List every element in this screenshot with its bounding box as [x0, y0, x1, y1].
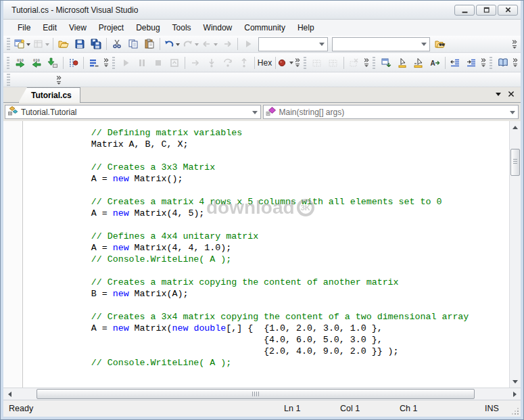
menu-file[interactable]: File [11, 20, 37, 35]
minimize-button[interactable] [454, 5, 475, 16]
members-combo[interactable]: Main(string[] args) [263, 105, 519, 119]
step-out-icon [239, 57, 249, 68]
find-combo[interactable] [332, 37, 430, 51]
tab-tutorial-cs[interactable]: Tutorial.cs [18, 87, 80, 103]
breakpoints-window-button[interactable] [86, 55, 102, 70]
display-object-browser-button[interactable] [378, 55, 394, 70]
menu-community[interactable]: Community [238, 20, 291, 35]
undo-button[interactable] [162, 37, 181, 51]
start-debugging-quick-button[interactable] [240, 37, 256, 51]
types-combo[interactable]: Tutorial.Tutorial [5, 105, 261, 119]
code-editor[interactable]: // Defining matrix variables Matrix A, B… [23, 121, 509, 388]
member-list-icon: A [429, 57, 440, 68]
play-icon [243, 39, 254, 49]
add-new-item-button[interactable] [32, 37, 51, 51]
save-all-icon [91, 39, 101, 49]
toolbar-options-button[interactable] [510, 37, 519, 51]
scroll-right-button[interactable] [509, 388, 521, 400]
paste-button[interactable] [141, 37, 158, 51]
editor-region: // Defining matrix variables Matrix A, B… [3, 121, 521, 388]
toolbar-grip[interactable] [304, 57, 306, 69]
display-parameter-info-button[interactable] [410, 55, 427, 70]
restart-button[interactable] [166, 55, 183, 70]
cut-button[interactable] [109, 37, 125, 51]
bookmarks-button[interactable] [495, 55, 511, 70]
toolbar-options-button[interactable] [512, 55, 519, 70]
open-file-button[interactable] [55, 37, 72, 51]
show-next-statement-button[interactable] [187, 55, 204, 70]
save-all-button[interactable] [88, 37, 104, 51]
save-icon [74, 39, 85, 49]
close-document-button[interactable] [508, 91, 515, 97]
toolbar-options-button[interactable] [103, 55, 110, 70]
import-icon [47, 57, 58, 68]
step-over-button[interactable] [220, 55, 236, 70]
code-line [26, 219, 509, 231]
code-line: // Creates a matrix 4 rows x 5 columns w… [26, 196, 509, 208]
menu-bar: FileEditViewProjectDebugToolsWindowCommu… [3, 19, 521, 35]
step-into-code-button[interactable]: 010 [12, 55, 28, 70]
toolbar-options-button[interactable] [363, 55, 370, 70]
delete-breakpoint-button[interactable] [346, 55, 362, 70]
start-debugging-button[interactable] [118, 55, 134, 70]
redo-button[interactable] [181, 37, 200, 51]
decrease-indent-button[interactable] [447, 55, 463, 70]
solution-configurations-combo[interactable] [258, 37, 328, 51]
toolbar-grip[interactable] [7, 38, 10, 50]
toolbar-grip[interactable] [7, 74, 10, 86]
horizontal-scroll-thumb[interactable] [37, 389, 475, 399]
display-word-completion-button[interactable]: A [427, 55, 443, 70]
scroll-left-button[interactable] [3, 388, 15, 400]
new-breakpoint-grid-1-button[interactable] [309, 55, 325, 70]
menu-tools[interactable]: Tools [166, 20, 197, 35]
toolbar-grip[interactable] [7, 57, 9, 69]
step-out-button[interactable] [236, 55, 252, 70]
import-data-button[interactable] [45, 55, 61, 70]
break-all-button[interactable] [134, 55, 150, 70]
toolbar-separator [83, 57, 84, 69]
memory-window-button[interactable] [277, 55, 293, 70]
scroll-up-button[interactable] [510, 121, 521, 133]
toolbar-options-button[interactable] [54, 72, 63, 87]
display-quick-info-button[interactable] [394, 55, 410, 70]
hex-display-button[interactable]: Hex [256, 55, 272, 70]
toolbar-separator [53, 38, 53, 50]
menu-debug[interactable]: Debug [130, 20, 166, 35]
increase-indent-button[interactable] [463, 55, 479, 70]
toolbar-grip[interactable] [112, 57, 115, 69]
vertical-scroll-thumb[interactable] [510, 149, 520, 176]
copy-button[interactable] [125, 37, 141, 51]
maximize-button[interactable] [476, 5, 496, 16]
navigate-backward-button[interactable] [200, 37, 219, 51]
toolbar-grip[interactable] [373, 57, 375, 69]
new-project-button[interactable] [13, 37, 32, 51]
code-line: A = new Matrix(4, 4, 1.0); [26, 242, 509, 254]
menu-project[interactable]: Project [93, 20, 130, 35]
scroll-down-button[interactable] [510, 376, 521, 388]
step-into-button[interactable] [204, 55, 220, 70]
nav-back-icon [201, 39, 212, 49]
toggle-breakpoint-column-button[interactable] [65, 55, 81, 70]
step-out-code-button[interactable]: 010 [28, 55, 45, 70]
window-title: Tutorial.cs - Microsoft Visual Studio [11, 5, 450, 15]
horizontal-scroll-track[interactable] [15, 388, 509, 400]
close-button[interactable] [498, 5, 518, 16]
vertical-scroll-track[interactable] [510, 133, 521, 376]
active-files-dropdown-button[interactable] [496, 93, 501, 99]
toolbar-options-button[interactable] [294, 55, 301, 70]
indicator-margin[interactable] [3, 121, 23, 388]
stop-debugging-button[interactable] [150, 55, 166, 70]
menu-edit[interactable]: Edit [37, 20, 63, 35]
menu-view[interactable]: View [63, 20, 93, 35]
save-button[interactable] [72, 37, 88, 51]
s010r-icon: 010 [15, 57, 26, 68]
menu-window[interactable]: Window [197, 20, 239, 35]
indent-icon [466, 57, 477, 68]
new-breakpoint-grid-2-button[interactable] [325, 55, 341, 70]
toolbar-options-button[interactable] [480, 55, 487, 70]
navigate-forward-button[interactable] [219, 37, 235, 51]
resize-grip[interactable] [517, 413, 519, 415]
menu-help[interactable]: Help [291, 20, 320, 35]
find-in-files-button[interactable] [432, 37, 448, 51]
toolbar-grip[interactable] [490, 57, 492, 69]
